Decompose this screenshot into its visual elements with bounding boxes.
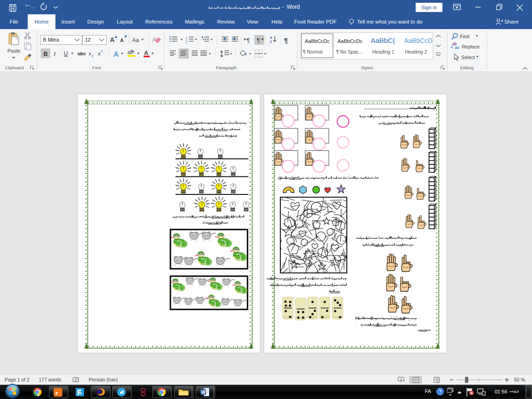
svg-text:e: e bbox=[55, 389, 58, 396]
svg-text:A: A bbox=[120, 37, 124, 43]
svg-text:A: A bbox=[110, 36, 115, 43]
svg-text:I: I bbox=[53, 50, 56, 57]
svg-text:A: A bbox=[152, 36, 157, 43]
svg-text:A: A bbox=[144, 50, 148, 56]
svg-text:3: 3 bbox=[186, 41, 187, 44]
svg-text:1: 1 bbox=[186, 36, 187, 39]
svg-text:ab: ab bbox=[127, 50, 133, 55]
svg-text:Z: Z bbox=[270, 40, 272, 44]
svg-text:¶: ¶ bbox=[284, 36, 288, 44]
svg-text:Aa: Aa bbox=[132, 37, 139, 43]
svg-text:x: x bbox=[98, 51, 101, 56]
svg-text:?: ? bbox=[439, 389, 441, 394]
svg-text:ab: ab bbox=[452, 42, 457, 46]
svg-text:U: U bbox=[64, 50, 68, 57]
svg-text:A: A bbox=[114, 50, 119, 58]
svg-text:A: A bbox=[270, 36, 272, 40]
svg-text:W: W bbox=[201, 390, 206, 395]
svg-text:2: 2 bbox=[101, 49, 103, 53]
svg-text:¶: ¶ bbox=[257, 37, 260, 44]
svg-text:¶: ¶ bbox=[247, 37, 250, 44]
svg-text:B: B bbox=[43, 50, 48, 57]
svg-text:abc: abc bbox=[78, 51, 86, 56]
svg-text:2: 2 bbox=[91, 54, 94, 58]
svg-text:x: x bbox=[89, 51, 91, 56]
svg-text:2: 2 bbox=[186, 39, 187, 42]
svg-text:ac: ac bbox=[455, 45, 459, 50]
